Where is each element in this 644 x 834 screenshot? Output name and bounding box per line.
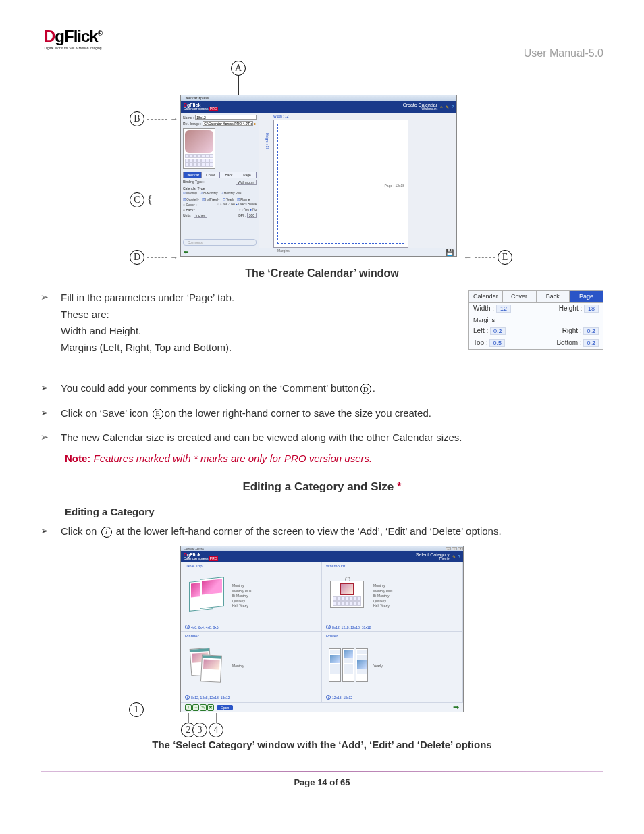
ref-thumb bbox=[183, 128, 215, 169]
callout-3: 3 bbox=[192, 723, 207, 737]
pt-width[interactable]: 12 bbox=[496, 305, 511, 313]
callout-d: D bbox=[130, 250, 144, 265]
dpi-input[interactable]: 300 bbox=[247, 213, 257, 218]
help-icon[interactable]: ? bbox=[452, 105, 454, 109]
app-header: DgFlick Calendar xpress PRO Create Calen… bbox=[181, 101, 456, 113]
figure2-caption: The ‘Select Category’ window with the ‘A… bbox=[41, 739, 603, 750]
callout-d-inline: D bbox=[360, 384, 371, 394]
tab-cover[interactable]: Cover bbox=[202, 172, 220, 178]
save-icon[interactable]: 💾 bbox=[446, 249, 454, 256]
heading-edit-cat-size: Editing a Category and Size * bbox=[41, 480, 603, 494]
units-select[interactable]: Inches bbox=[194, 213, 208, 218]
callout-4: 4 bbox=[209, 723, 223, 737]
name-input[interactable] bbox=[195, 115, 257, 120]
pt-tab-cover[interactable]: Cover bbox=[503, 291, 537, 302]
tab-page[interactable]: Page bbox=[238, 172, 256, 178]
callout-i-inline: i bbox=[101, 527, 112, 538]
bullet-icon: ➢ bbox=[41, 407, 50, 418]
brand-logo-sub: Digital World for Still & Motion Imaging bbox=[44, 46, 101, 50]
category-tabletop[interactable]: Table Top MonthlyMonthly PlusBi-MonthlyQ… bbox=[181, 562, 322, 632]
category-planner[interactable]: Planner Monthly i8x12, 12x8, 12x18, 18x1… bbox=[181, 632, 322, 702]
bullet-icon: ➢ bbox=[41, 382, 50, 393]
ref-image-input[interactable] bbox=[203, 121, 253, 126]
window-titlebar: Calendar Xpress bbox=[181, 95, 456, 101]
back-arrow-icon[interactable]: ⬅ bbox=[184, 249, 189, 255]
left-panel: Name : Ref. Image :▸ Calendar Cover Back… bbox=[181, 113, 259, 248]
forward-arrow-icon[interactable]: ➡ bbox=[453, 703, 459, 712]
brush-icon[interactable]: ✎ bbox=[446, 105, 449, 109]
pt-tab-back[interactable]: Back bbox=[537, 291, 570, 302]
pt-top[interactable]: 0.5 bbox=[489, 339, 505, 347]
brand-logo: DgFlick® Digital World for Still & Motio… bbox=[41, 27, 105, 61]
bullet-icon: ➢ bbox=[41, 525, 50, 536]
screenshot-page-tab: Calendar Cover Back Page Width : 12 Heig… bbox=[468, 290, 603, 350]
pt-right[interactable]: 0.2 bbox=[583, 327, 599, 335]
screenshot-create-calendar: Calendar Xpress DgFlick Calendar xpress … bbox=[180, 95, 457, 257]
binding-select[interactable]: Wall mount bbox=[236, 180, 257, 185]
pt-height[interactable]: 18 bbox=[584, 305, 599, 313]
subheading-edit-category: Editing a Category bbox=[65, 506, 603, 517]
bullet-icon: ➢ bbox=[41, 292, 50, 303]
bullet-5: Click on i at the lower left-hand corner… bbox=[61, 524, 603, 540]
callout-e: E bbox=[498, 250, 512, 265]
callout-c: C bbox=[130, 192, 144, 207]
figure1-caption: The ‘Create Calendar’ window bbox=[41, 267, 603, 280]
bullet-1: Fill in the parameters under ‘Page’ tab.… bbox=[61, 290, 455, 357]
callout-e-inline: E bbox=[153, 409, 163, 419]
callout-1: 1 bbox=[129, 702, 144, 717]
browse-icon[interactable]: ▸ bbox=[254, 121, 257, 126]
bullet-icon: ➢ bbox=[41, 432, 50, 442]
canvas-area: Width : 12 Height : 18 Page : 12x18 Marg… bbox=[259, 113, 456, 248]
figure-create-calendar: A ↓ B → C { D → ← E Calendar Xpress DgFl… bbox=[130, 61, 514, 263]
pt-margins-label: Margins bbox=[469, 315, 603, 325]
brush-icon[interactable]: ✎ bbox=[452, 554, 456, 559]
note-text: Note: Features marked with * marks are o… bbox=[65, 452, 603, 464]
bullet-4: The new Calendar size is created and can… bbox=[61, 430, 603, 446]
tab-calendar[interactable]: Calendar bbox=[184, 172, 202, 178]
brand-logo-text: DgFlick® bbox=[44, 27, 102, 46]
pt-tab-calendar[interactable]: Calendar bbox=[469, 291, 503, 302]
screenshot-select-category: Calendar Xpress —□✕ DgFlick Calendar xpr… bbox=[180, 546, 464, 712]
edit-tool[interactable]: ✎ bbox=[200, 704, 207, 711]
comment-button[interactable]: Comments bbox=[183, 239, 257, 246]
pt-bottom[interactable]: 0.2 bbox=[583, 339, 599, 347]
pt-tab-page[interactable]: Page bbox=[570, 291, 603, 302]
calendar-type-checks[interactable]: MonthlyBi-MonthlyMonthly Plus QuarterlyH… bbox=[183, 192, 257, 201]
category-poster[interactable]: Poster Yearly i12x18, 18x12 bbox=[322, 632, 463, 702]
page-number: Page 14 of 65 bbox=[41, 777, 603, 787]
bullet-3: Click on ‘Save’ icon Eon the lower right… bbox=[61, 406, 603, 421]
doc-version: User Manual-5.0 bbox=[524, 47, 603, 59]
figure-select-category: Calendar Xpress —□✕ DgFlick Calendar xpr… bbox=[153, 546, 491, 735]
callout-a: A bbox=[231, 61, 246, 76]
open-button[interactable]: Open bbox=[217, 705, 233, 710]
tabs[interactable]: Calendar Cover Back Page bbox=[183, 172, 257, 178]
add-tool[interactable]: ＋ bbox=[192, 704, 199, 711]
category-wallmount[interactable]: Wallmount MonthlyMonthly PlusBi-MonthlyQ… bbox=[322, 562, 463, 632]
tab-back[interactable]: Back bbox=[220, 172, 238, 178]
pt-left[interactable]: 0.2 bbox=[490, 327, 506, 335]
bullet-2: You could add your comments by clicking … bbox=[61, 381, 603, 396]
delete-tool[interactable]: ✖ bbox=[207, 704, 214, 711]
footer-rule bbox=[41, 771, 603, 772]
home-icon[interactable]: ⌂ bbox=[440, 105, 443, 109]
callout-b: B bbox=[130, 111, 144, 126]
help-icon[interactable]: ? bbox=[458, 554, 460, 558]
